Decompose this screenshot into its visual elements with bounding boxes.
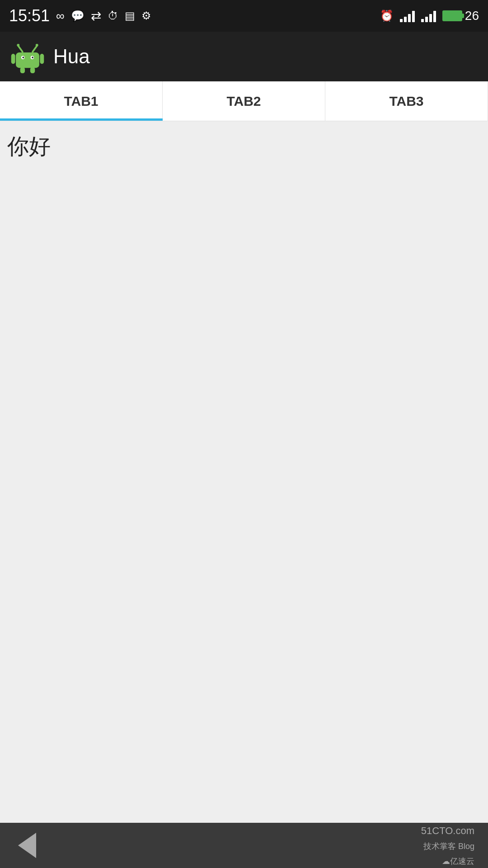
svg-line-5 <box>18 46 23 52</box>
back-triangle-icon <box>18 833 36 858</box>
app-title: Hua <box>53 45 90 68</box>
signal-bars-2 <box>421 9 436 22</box>
svg-rect-12 <box>30 67 35 73</box>
svg-point-3 <box>23 57 24 58</box>
android-logo-icon <box>11 40 44 73</box>
status-time: 15:51 <box>9 6 50 25</box>
svg-point-4 <box>32 57 33 58</box>
svg-line-7 <box>33 46 37 52</box>
sms-icon: ▤ <box>125 9 135 22</box>
signal-bars-1 <box>400 9 415 22</box>
alarm-icon: ⏰ <box>380 9 394 22</box>
tab1-content: 你好 <box>0 121 488 823</box>
bottom-nav: 51CTO.com 技术掌客 Blog ☁亿速云 <box>0 823 488 868</box>
tab3-label: TAB3 <box>389 94 423 109</box>
watermark-text: 51CTO.com 技术掌客 Blog ☁亿速云 <box>421 823 474 868</box>
status-left: 15:51 ∞ 💬 ⇄ ⏱ ▤ ⚙ <box>9 6 151 25</box>
main-content-area: 你好 <box>0 121 488 823</box>
back-button[interactable] <box>14 832 41 859</box>
svg-rect-11 <box>20 67 25 73</box>
battery-icon <box>442 10 462 21</box>
tab-tab2[interactable]: TAB2 <box>163 81 325 121</box>
timer-icon: ⏱ <box>108 9 118 22</box>
svg-point-8 <box>36 44 38 47</box>
usb-icon: ⇄ <box>91 9 101 24</box>
svg-rect-10 <box>40 54 44 64</box>
svg-rect-0 <box>16 52 39 68</box>
loop-icon: ∞ <box>56 9 65 23</box>
tab1-greeting-text: 你好 <box>7 134 51 158</box>
svg-rect-9 <box>11 54 15 64</box>
message-icon: 💬 <box>71 9 84 22</box>
status-bar: 15:51 ∞ 💬 ⇄ ⏱ ▤ ⚙ ⏰ 26 <box>0 0 488 32</box>
battery-level: 26 <box>465 9 479 23</box>
svg-point-6 <box>17 44 19 47</box>
app-bar: Hua <box>0 32 488 81</box>
tab-indicator <box>0 118 163 121</box>
tab-bar: TAB1 TAB2 TAB3 <box>0 81 488 121</box>
battery-indicator: 26 <box>442 9 479 23</box>
tab2-label: TAB2 <box>226 94 261 109</box>
tab-tab1[interactable]: TAB1 <box>0 81 163 121</box>
person-icon: ⚙ <box>141 9 151 22</box>
status-right: ⏰ 26 <box>380 9 479 23</box>
tab1-label: TAB1 <box>64 94 98 109</box>
tab-tab3[interactable]: TAB3 <box>325 81 488 121</box>
